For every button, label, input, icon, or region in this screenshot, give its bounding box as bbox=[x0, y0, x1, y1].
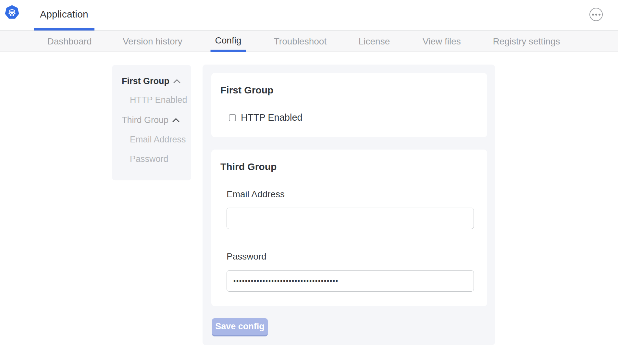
config-group-card-third: Third Group Email Address Password bbox=[211, 150, 487, 306]
http-enabled-field: HTTP Enabled bbox=[229, 112, 303, 123]
tab-license[interactable]: License bbox=[354, 31, 395, 52]
tab-view-files[interactable]: View files bbox=[418, 31, 465, 52]
ellipsis-menu-icon[interactable] bbox=[589, 8, 603, 21]
kubernetes-logo-icon bbox=[5, 5, 19, 19]
config-main-panel: First Group HTTP Enabled Third Group Ema… bbox=[203, 65, 495, 345]
tab-config[interactable]: Config bbox=[211, 31, 246, 52]
group-title-first: First Group bbox=[220, 85, 273, 96]
sidebar-item-first-group[interactable]: First Group bbox=[122, 76, 180, 86]
group-title-third: Third Group bbox=[220, 161, 277, 172]
email-address-label: Email Address bbox=[227, 189, 285, 200]
http-enabled-checkbox[interactable] bbox=[229, 114, 236, 121]
save-config-button[interactable]: Save config bbox=[212, 318, 268, 336]
config-sidebar: First Group HTTP Enabled Third Group Ema… bbox=[112, 65, 191, 180]
chevron-up-icon bbox=[172, 118, 179, 122]
chevron-up-icon bbox=[173, 79, 180, 83]
password-label: Password bbox=[227, 251, 266, 262]
sidebar-item-email-address[interactable]: Email Address bbox=[130, 135, 186, 144]
http-enabled-label[interactable]: HTTP Enabled bbox=[241, 112, 303, 123]
application-tab-label: Application bbox=[40, 9, 88, 20]
app-navbar: Dashboard Version history Config Trouble… bbox=[0, 30, 618, 52]
tab-registry-settings[interactable]: Registry settings bbox=[488, 31, 565, 52]
top-header: Application bbox=[0, 0, 618, 30]
tab-version-history[interactable]: Version history bbox=[118, 31, 187, 52]
password-input[interactable] bbox=[227, 270, 474, 292]
tab-troubleshoot[interactable]: Troubleshoot bbox=[269, 31, 331, 52]
sidebar-item-http-enabled[interactable]: HTTP Enabled bbox=[130, 95, 187, 105]
config-group-card-first: First Group HTTP Enabled bbox=[211, 73, 487, 137]
sidebar-item-password[interactable]: Password bbox=[130, 154, 168, 164]
email-address-input[interactable] bbox=[227, 208, 474, 229]
application-tab[interactable]: Application bbox=[34, 0, 94, 30]
sidebar-item-third-group[interactable]: Third Group bbox=[122, 115, 179, 125]
tab-dashboard[interactable]: Dashboard bbox=[43, 31, 96, 52]
